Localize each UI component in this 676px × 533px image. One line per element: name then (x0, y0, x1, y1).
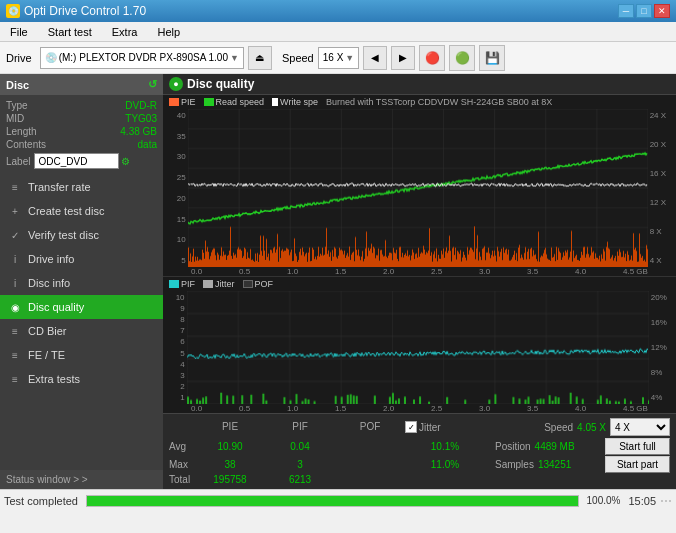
maximize-button[interactable]: □ (636, 4, 652, 18)
total-pif: 6213 (265, 474, 335, 485)
upper-chart-canvas (188, 109, 648, 267)
chart-legend: PIE Read speed Write spe Burned with TSS… (163, 95, 676, 109)
eject-button[interactable]: ⏏ (248, 46, 272, 70)
pof-legend-label: POF (255, 279, 274, 289)
status-bar: Test completed 100.0% 15:05 ⋯ (0, 489, 676, 511)
drive-selector[interactable]: 💿 (M:) PLEXTOR DVDR PX-890SA 1.00 ▼ (40, 47, 244, 69)
max-pif: 3 (265, 459, 335, 470)
status-text: Test completed (4, 495, 78, 507)
disc-refresh-icon[interactable]: ↺ (148, 78, 157, 91)
start-full-button[interactable]: Start full (605, 438, 670, 455)
upper-y-axis: 403530252015105 (163, 109, 188, 267)
pie-legend-color (169, 98, 179, 106)
speed-stat-select[interactable]: 4 X8 X16 X (610, 418, 670, 436)
pif-header: PIF (265, 421, 335, 433)
sidebar-label-transfer-rate: Transfer rate (28, 181, 91, 193)
upper-x-axis: 0.00.51.01.52.02.53.03.54.04.5 GB (163, 267, 676, 276)
disc-quality-status-icon: ● (169, 77, 183, 91)
position-val: 4489 MB (535, 441, 575, 452)
sidebar-item-transfer-rate[interactable]: ≡ Transfer rate (0, 175, 163, 199)
avg-row: Avg 10.90 0.04 10.1% Position 4489 MB St… (169, 438, 670, 455)
app-icon: 💿 (6, 4, 20, 18)
write-speed-legend-label: Write spe (280, 97, 318, 107)
sidebar-item-create-test-disc[interactable]: + Create test disc (0, 199, 163, 223)
disc-label-input[interactable] (34, 153, 119, 169)
fe-te-icon: ≡ (8, 348, 22, 362)
read-speed-legend-label: Read speed (216, 97, 265, 107)
transfer-rate-icon: ≡ (8, 180, 22, 194)
speed-selector[interactable]: 16 X ▼ (318, 47, 360, 69)
contents-label: Contents (6, 139, 46, 150)
status-window-button[interactable]: Status window > > (0, 470, 163, 489)
sidebar-item-extra-tests[interactable]: ≡ Extra tests (0, 367, 163, 391)
close-button[interactable]: ✕ (654, 4, 670, 18)
upper-right-axis: 24 X20 X16 X12 X8 X4 X (648, 109, 676, 267)
sidebar-item-drive-info[interactable]: i Drive info (0, 247, 163, 271)
extra-tests-icon: ≡ (8, 372, 22, 386)
mid-value: TYG03 (125, 113, 157, 124)
menu-extra[interactable]: Extra (106, 24, 144, 40)
resize-handle[interactable]: ⋯ (660, 494, 672, 508)
lower-chart-container: 10987654321 20%16%12%8%4% (163, 291, 676, 404)
type-label: Type (6, 100, 28, 111)
prev-speed-button[interactable]: ◀ (363, 46, 387, 70)
lower-chart-legend: PIF Jitter POF (163, 276, 676, 291)
sidebar-item-disc-quality[interactable]: ◉ Disc quality (0, 295, 163, 319)
sidebar: Disc ↺ Type DVD-R MID TYG03 Length 4.38 … (0, 74, 163, 489)
total-pie: 195758 (195, 474, 265, 485)
read-speed-legend-color (204, 98, 214, 106)
status-time: 15:05 (628, 495, 656, 507)
menu-bar: File Start test Extra Help (0, 22, 676, 42)
jitter-checkbox[interactable]: ✓ (405, 421, 417, 433)
pif-legend-label: PIF (181, 279, 195, 289)
upper-chart-container: 403530252015105 24 X20 X16 X12 X8 X4 X (163, 109, 676, 267)
app-title: Opti Drive Control 1.70 (24, 4, 146, 18)
jitter-legend-color (203, 280, 213, 288)
mid-label: MID (6, 113, 24, 124)
verify-test-disc-icon: ✓ (8, 228, 22, 242)
speed-stat-val: 4.05 X (577, 422, 606, 433)
speed-label: Speed (282, 52, 314, 64)
pof-legend-color (243, 280, 253, 288)
pof-header: POF (335, 421, 405, 433)
disc-quality-header: ● Disc quality (163, 74, 676, 95)
sidebar-item-cd-bier[interactable]: ≡ CD Bier (0, 319, 163, 343)
sidebar-label-drive-info: Drive info (28, 253, 74, 265)
lower-y-axis: 10987654321 (163, 291, 187, 404)
content-area: ● Disc quality PIE Read speed Write spe … (163, 74, 676, 489)
max-jitter: 11.0% (405, 459, 485, 470)
menu-file[interactable]: File (4, 24, 34, 40)
label-edit-icon[interactable]: ⚙ (121, 156, 130, 167)
jitter-legend-label: Jitter (215, 279, 235, 289)
disc-info-panel: Type DVD-R MID TYG03 Length 4.38 GB Cont… (0, 95, 163, 175)
menu-start-test[interactable]: Start test (42, 24, 98, 40)
create-test-disc-icon: + (8, 204, 22, 218)
sidebar-item-fe-te[interactable]: ≡ FE / TE (0, 343, 163, 367)
next-speed-button[interactable]: ▶ (391, 46, 415, 70)
burned-with-label: Burned with TSSTcorp CDDVDW SH-224GB SB0… (326, 97, 552, 107)
total-label: Total (169, 474, 195, 485)
drive-label: Drive (6, 52, 32, 64)
sidebar-item-disc-info[interactable]: i Disc info (0, 271, 163, 295)
drive-value: (M:) PLEXTOR DVDR PX-890SA 1.00 (59, 52, 228, 63)
drive-info-icon: i (8, 252, 22, 266)
pie-header: PIE (195, 421, 265, 433)
toolbar: Drive 💿 (M:) PLEXTOR DVDR PX-890SA 1.00 … (0, 42, 676, 74)
minimize-button[interactable]: ─ (618, 4, 634, 18)
speed-value: 16 X (323, 52, 344, 63)
start-part-button[interactable]: Start part (605, 456, 670, 473)
cd-bier-icon: ≡ (8, 324, 22, 338)
disc-quality-title: Disc quality (187, 77, 254, 91)
sidebar-item-verify-test-disc[interactable]: ✓ Verify test disc (0, 223, 163, 247)
save-button[interactable]: 💾 (479, 45, 505, 71)
disc-section-header: Disc ↺ (0, 74, 163, 95)
sidebar-menu: ≡ Transfer rate + Create test disc ✓ Ver… (0, 175, 163, 470)
jitter-header: Jitter (419, 422, 441, 433)
erase-button[interactable]: 🔴 (419, 45, 445, 71)
menu-help[interactable]: Help (151, 24, 186, 40)
progress-percent: 100.0% (587, 495, 621, 506)
sidebar-label-disc-info: Disc info (28, 277, 70, 289)
position-label: Position (495, 441, 531, 452)
scan-button[interactable]: 🟢 (449, 45, 475, 71)
max-row: Max 38 3 11.0% Samples 134251 Start part (169, 456, 670, 473)
